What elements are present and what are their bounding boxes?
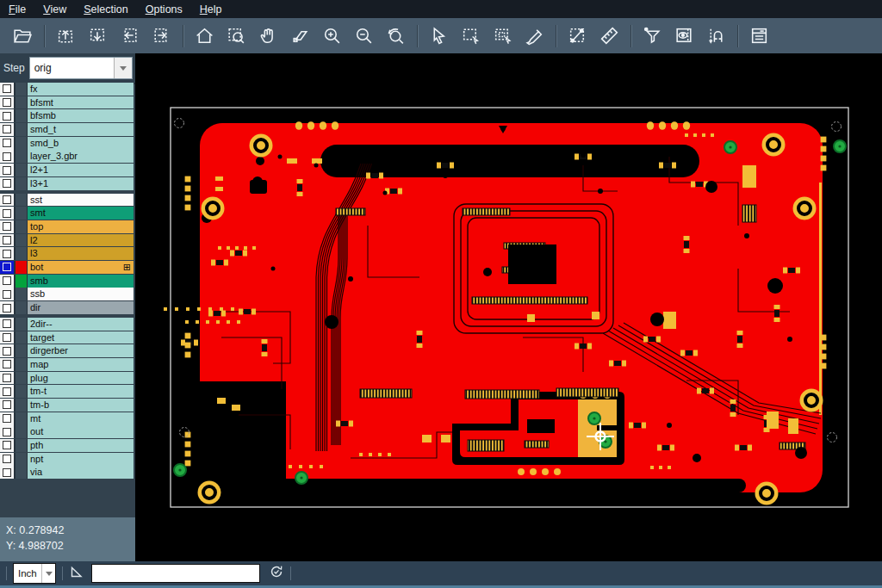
zoom-window-icon[interactable] — [220, 22, 252, 51]
filter-icon[interactable] — [637, 22, 668, 51]
layer-row-pth[interactable]: pth — [0, 439, 134, 452]
chevron-down-icon[interactable] — [41, 564, 55, 583]
select-pointer-icon[interactable] — [423, 22, 455, 51]
layer-row-out[interactable]: out — [0, 425, 134, 438]
layer-color-swatch[interactable] — [16, 301, 28, 314]
layer-color-swatch[interactable] — [16, 439, 28, 452]
layer-visibility-checkbox[interactable] — [0, 96, 16, 109]
layer-color-swatch[interactable] — [16, 372, 28, 385]
menu-help[interactable]: Help — [191, 0, 231, 18]
layer-row-via[interactable]: via — [0, 466, 134, 479]
command-input[interactable] — [91, 564, 260, 583]
step-select[interactable]: orig — [29, 57, 133, 79]
layer-color-swatch[interactable] — [16, 164, 28, 176]
layer-color-swatch[interactable] — [16, 123, 28, 136]
layer-visibility-checkbox[interactable] — [0, 399, 16, 412]
select-region-icon[interactable] — [487, 22, 519, 51]
layer-color-swatch[interactable] — [16, 318, 28, 331]
layer-color-swatch[interactable] — [16, 220, 28, 233]
layer-visibility-checkbox[interactable] — [0, 247, 16, 260]
layer-row-dirgerber[interactable]: dirgerber — [0, 344, 134, 357]
layer-row-bot[interactable]: bot⊞ — [0, 261, 134, 274]
layer-visibility-checkbox[interactable] — [0, 177, 16, 190]
open-folder-icon[interactable] — [7, 22, 39, 51]
layer-row-fx[interactable]: fx — [0, 83, 134, 96]
layer-row-smd_b[interactable]: smd_b — [0, 137, 134, 150]
layer-row-ssb[interactable]: ssb — [0, 288, 134, 300]
layer-row-plug[interactable]: plug — [0, 372, 134, 385]
layer-color-swatch[interactable] — [16, 137, 28, 150]
layer-color-swatch[interactable] — [16, 412, 28, 425]
layer-color-swatch[interactable] — [16, 331, 28, 344]
pcb-canvas[interactable] — [135, 53, 882, 561]
layer-visibility-checkbox[interactable] — [0, 275, 16, 288]
layer-visibility-checkbox[interactable] — [0, 123, 16, 136]
layer-visibility-checkbox[interactable] — [0, 439, 16, 452]
layer-visibility-checkbox[interactable] — [0, 220, 16, 233]
layer-row-smd_t[interactable]: smd_t — [0, 123, 134, 136]
unit-select[interactable]: Inch — [13, 563, 56, 584]
layer-row-tm-t[interactable]: tm-t — [0, 385, 134, 398]
layer-visibility-checkbox[interactable] — [0, 453, 16, 466]
layer-row-bfsmt[interactable]: bfsmt — [0, 96, 134, 109]
layer-visibility-checkbox[interactable] — [0, 137, 16, 150]
layer-visibility-checkbox[interactable] — [0, 331, 16, 344]
layer-visibility-checkbox[interactable] — [0, 372, 16, 385]
layer-visibility-checkbox[interactable] — [0, 234, 16, 247]
pan-hand-icon[interactable] — [252, 22, 284, 51]
layer-row-bfsmb[interactable]: bfsmb — [0, 109, 134, 122]
layer-visibility-checkbox[interactable] — [0, 261, 16, 274]
layer-row-map[interactable]: map — [0, 358, 134, 371]
menu-file[interactable]: File — [0, 0, 34, 18]
layer-color-swatch[interactable] — [16, 453, 28, 466]
layer-color-swatch[interactable] — [16, 261, 28, 274]
apply-brush-icon[interactable] — [519, 22, 550, 51]
shift-left-icon[interactable] — [114, 22, 146, 51]
select-rect-icon[interactable] — [455, 22, 487, 51]
layer-visibility-checkbox[interactable] — [0, 412, 16, 425]
layer-visibility-checkbox[interactable] — [0, 385, 16, 398]
layer-visibility-checkbox[interactable] — [0, 194, 16, 207]
zoom-previous-icon[interactable] — [380, 22, 412, 51]
zoom-out-icon[interactable] — [348, 22, 380, 51]
layer-row-mt[interactable]: mt — [0, 412, 134, 425]
layer-color-swatch[interactable] — [16, 425, 28, 438]
layer-color-swatch[interactable] — [16, 385, 28, 398]
layer-visibility-checkbox[interactable] — [0, 318, 16, 331]
layer-visibility-checkbox[interactable] — [0, 150, 16, 163]
layer-color-swatch[interactable] — [16, 83, 28, 96]
layer-color-swatch[interactable] — [16, 247, 28, 260]
layer-color-swatch[interactable] — [16, 177, 28, 190]
layer-row-l3+1[interactable]: l3+1 — [0, 177, 134, 190]
layer-color-swatch[interactable] — [16, 96, 28, 109]
layer-row-sst[interactable]: sst — [0, 194, 134, 207]
layer-visibility-checkbox[interactable] — [0, 344, 16, 357]
layer-visibility-checkbox[interactable] — [0, 358, 16, 371]
layer-row-2dir--[interactable]: 2dir-- — [0, 318, 134, 331]
layer-color-swatch[interactable] — [16, 275, 28, 288]
layer-row-l2+1[interactable]: l2+1 — [0, 164, 134, 176]
layer-row-tm-b[interactable]: tm-b — [0, 399, 134, 412]
layer-row-l2[interactable]: l2 — [0, 234, 134, 247]
layer-row-target[interactable]: target — [0, 331, 134, 344]
zoom-in-icon[interactable] — [316, 22, 348, 51]
layer-color-swatch[interactable] — [16, 344, 28, 357]
chevron-down-icon[interactable] — [114, 58, 132, 78]
layer-row-dir[interactable]: dir — [0, 301, 134, 314]
layer-visibility-checkbox[interactable] — [0, 425, 16, 438]
layer-row-smt[interactable]: smt — [0, 207, 134, 220]
shift-up-icon[interactable] — [50, 22, 82, 51]
layer-row-l3[interactable]: l3 — [0, 247, 134, 260]
snap-icon[interactable] — [700, 22, 732, 51]
measure-line-icon[interactable] — [562, 22, 593, 51]
layer-color-swatch[interactable] — [16, 194, 28, 207]
angle-icon[interactable] — [69, 564, 84, 583]
layer-visibility-checkbox[interactable] — [0, 164, 16, 176]
layer-color-swatch[interactable] — [16, 358, 28, 371]
layer-color-swatch[interactable] — [16, 288, 28, 300]
layer-visibility-checkbox[interactable] — [0, 288, 16, 300]
layer-color-swatch[interactable] — [16, 399, 28, 412]
layer-visibility-checkbox[interactable] — [0, 301, 16, 314]
menu-selection[interactable]: Selection — [75, 0, 136, 18]
menu-options[interactable]: Options — [137, 0, 191, 18]
